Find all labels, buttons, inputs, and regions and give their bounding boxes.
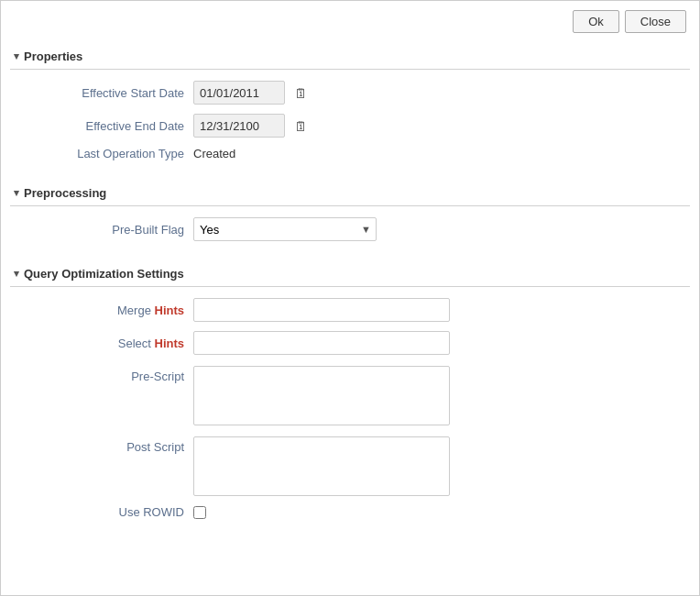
pre-built-flag-value: Yes No ▼ [193, 217, 377, 241]
effective-end-date-value: 🗓 [193, 114, 311, 138]
effective-end-date-input[interactable] [193, 114, 285, 138]
select-hints-label-hint: Hints [155, 337, 185, 350]
post-script-value [193, 436, 450, 496]
select-hints-label-prefix: Select [118, 337, 155, 350]
select-hints-value [193, 331, 450, 355]
pre-script-label: Pre-Script [10, 366, 193, 383]
effective-end-date-label: Effective End Date [10, 119, 193, 133]
query-optimization-section-body: Merge Hints Select Hints [10, 294, 690, 537]
pre-script-row: Pre-Script [10, 364, 690, 425]
merge-hints-label: Merge Hints [10, 304, 193, 317]
properties-section: ▾ Properties Effective Start Date 🗓 Effe… [10, 42, 690, 179]
select-hints-row: Select Hints [10, 331, 690, 355]
preprocessing-section-header[interactable]: ▾ Preprocessing [10, 179, 690, 206]
pre-built-flag-select[interactable]: Yes No [193, 217, 377, 241]
use-rowid-value [193, 506, 206, 519]
preprocessing-section-title: Preprocessing [24, 186, 106, 200]
main-dialog: Ok Close ▾ Properties Effective Start Da… [0, 0, 700, 596]
effective-start-date-label: Effective Start Date [10, 86, 193, 100]
use-rowid-row: Use ROWID [10, 505, 690, 519]
post-script-row: Post Script [10, 435, 690, 496]
merge-hints-value [193, 298, 450, 322]
pre-built-flag-label: Pre-Built Flag [10, 223, 193, 237]
pre-built-flag-row: Pre-Built Flag Yes No ▼ [10, 217, 690, 241]
post-script-label: Post Script [10, 436, 193, 454]
last-operation-type-value: Created [193, 147, 235, 160]
properties-section-title: Properties [24, 50, 82, 63]
select-hints-input[interactable] [193, 331, 450, 355]
merge-hints-label-hint: Hints [155, 304, 185, 317]
close-button[interactable]: Close [625, 10, 686, 33]
last-operation-type-row: Last Operation Type Created [10, 147, 690, 160]
form-content: ▾ Properties Effective Start Date 🗓 Effe… [1, 42, 699, 595]
preprocessing-section: ▾ Preprocessing Pre-Built Flag Yes No ▼ [10, 179, 690, 259]
query-optimization-chevron-icon: ▾ [14, 268, 19, 280]
merge-hints-input[interactable] [193, 298, 450, 322]
effective-end-date-row: Effective End Date 🗓 [10, 114, 690, 138]
post-script-textarea[interactable] [193, 436, 450, 496]
merge-hints-label-prefix: Merge [117, 304, 154, 317]
effective-start-date-value: 🗓 [193, 81, 311, 105]
select-hints-label: Select Hints [10, 337, 193, 350]
ok-button[interactable]: Ok [573, 10, 619, 33]
effective-end-date-calendar-icon[interactable]: 🗓 [290, 116, 311, 136]
query-optimization-section: ▾ Query Optimization Settings Merge Hint… [10, 259, 690, 537]
last-operation-type-text: Created [193, 147, 235, 160]
use-rowid-checkbox[interactable] [193, 506, 206, 519]
pre-script-value [193, 366, 450, 425]
pre-built-flag-select-wrapper: Yes No ▼ [193, 217, 377, 241]
pre-script-textarea[interactable] [193, 366, 450, 425]
toolbar: Ok Close [1, 1, 699, 42]
query-optimization-section-header[interactable]: ▾ Query Optimization Settings [10, 259, 690, 287]
effective-start-date-row: Effective Start Date 🗓 [10, 81, 690, 105]
properties-section-body: Effective Start Date 🗓 Effective End Dat… [10, 77, 690, 179]
preprocessing-chevron-icon: ▾ [14, 187, 19, 199]
merge-hints-row: Merge Hints [10, 298, 690, 322]
use-rowid-label: Use ROWID [10, 505, 193, 519]
preprocessing-section-body: Pre-Built Flag Yes No ▼ [10, 214, 690, 259]
last-operation-type-label: Last Operation Type [10, 147, 193, 160]
effective-start-date-calendar-icon[interactable]: 🗓 [290, 83, 311, 103]
query-optimization-section-title: Query Optimization Settings [24, 267, 184, 281]
effective-start-date-input[interactable] [193, 81, 285, 105]
properties-chevron-icon: ▾ [14, 50, 19, 62]
properties-section-header[interactable]: ▾ Properties [10, 42, 690, 70]
